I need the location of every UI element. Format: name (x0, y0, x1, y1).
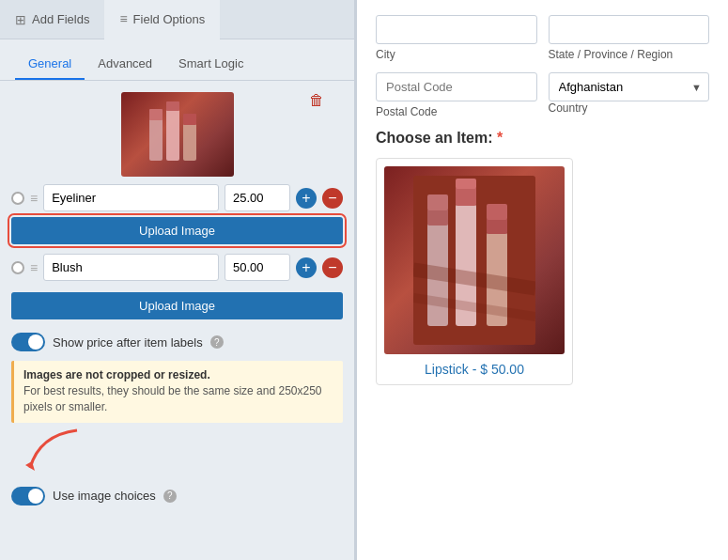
show-price-toggle[interactable] (11, 333, 45, 351)
arrow-svg (21, 426, 96, 477)
state-label: State / Province / Region (549, 48, 710, 61)
item-row-1: 🗑 ≡ + − Upload Image (11, 92, 343, 244)
subtab-smart-logic[interactable]: Smart Logic (165, 49, 256, 80)
show-price-help-icon[interactable]: ? (210, 335, 224, 349)
product-name: Lipstick - $ 50.00 (384, 362, 565, 377)
delete-item-1-button[interactable]: 🗑 (309, 92, 324, 109)
upload-image-2-button[interactable]: Upload Image (11, 292, 343, 319)
field-options-icon: ≡ (119, 11, 127, 26)
add-item-1-button[interactable]: + (296, 188, 317, 209)
lipstick-product-svg (413, 176, 535, 345)
subtab-smart-logic-label: Smart Logic (178, 56, 243, 70)
postal-input[interactable] (376, 72, 537, 101)
svg-rect-4 (183, 123, 196, 161)
svg-rect-9 (427, 209, 448, 226)
postal-country-row: Postal Code Afghanistan ▼ Country (376, 72, 709, 118)
tab-add-fields[interactable]: ⊞ Add Fields (0, 0, 104, 39)
product-separator: - (472, 362, 481, 377)
remove-item-1-button[interactable]: − (322, 188, 343, 209)
choose-title: Choose an Item: * (376, 130, 709, 147)
svg-rect-15 (487, 218, 507, 234)
show-price-label: Show price after item labels (53, 335, 203, 350)
item-price-input-2[interactable] (225, 254, 290, 281)
svg-rect-0 (149, 118, 163, 161)
show-price-toggle-row: Show price after item labels ? (11, 333, 343, 351)
postal-field: Postal Code (376, 72, 537, 118)
city-field: City (376, 15, 537, 61)
item-fields-2: ≡ + − (11, 254, 343, 281)
country-label: Country (549, 101, 710, 115)
item-radio-2[interactable] (11, 261, 24, 274)
drag-handle-1[interactable]: ≡ (30, 191, 38, 206)
product-card-lipstick[interactable]: Lipstick - $ 50.00 (376, 158, 573, 385)
tab-field-options[interactable]: ≡ Field Options (104, 0, 220, 39)
left-panel: ⊞ Add Fields ≡ Field Options General Adv… (0, 0, 357, 560)
arrow-container (11, 430, 343, 477)
item-name-input-1[interactable] (43, 184, 219, 211)
drag-handle-2[interactable]: ≡ (30, 260, 38, 275)
svg-rect-10 (427, 194, 448, 210)
item-price-input-1[interactable] (225, 184, 290, 211)
remove-item-2-button[interactable]: − (322, 257, 343, 278)
subtab-advanced-label: Advanced (98, 56, 152, 70)
item-name-input-2[interactable] (43, 254, 219, 281)
product-price: $ 50.00 (480, 362, 524, 377)
tab-add-fields-label: Add Fields (32, 12, 89, 26)
notice-box: Images are not cropped or resized. For b… (11, 361, 343, 423)
item-fields-1: ≡ + − (11, 184, 343, 211)
subtab-general-label: General (28, 56, 71, 70)
state-input[interactable] (549, 15, 710, 44)
choose-title-text: Choose an Item: (376, 130, 492, 146)
svg-rect-13 (456, 179, 476, 189)
choose-section: Choose an Item: * (376, 130, 709, 385)
city-input[interactable] (376, 15, 537, 44)
panel-content: 🗑 ≡ + − Upload Image ≡ + − Upload (0, 81, 354, 560)
panel-tabs: ⊞ Add Fields ≡ Field Options (0, 0, 354, 39)
svg-marker-6 (25, 461, 35, 471)
sub-tabs: General Advanced Smart Logic (0, 39, 354, 81)
city-state-row: City State / Province / Region (376, 15, 709, 61)
use-image-label: Use image choices (53, 489, 156, 503)
city-label: City (376, 48, 537, 61)
item-radio-1[interactable] (11, 192, 24, 205)
country-select[interactable]: Afghanistan (549, 72, 710, 101)
add-fields-icon: ⊞ (15, 12, 26, 27)
item-image-container-1: 🗑 (11, 92, 343, 177)
country-select-wrap: Afghanistan ▼ (549, 72, 710, 101)
use-image-toggle[interactable] (11, 487, 45, 506)
item-image-1 (121, 92, 234, 177)
svg-rect-5 (183, 114, 196, 125)
svg-rect-2 (166, 109, 179, 161)
item-row-2: ≡ + − Upload Image (11, 254, 343, 319)
right-panel: City State / Province / Region Postal Co… (357, 0, 728, 560)
required-marker: * (497, 130, 503, 146)
use-image-toggle-row: Use image choices ? (11, 487, 343, 506)
subtab-general[interactable]: General (15, 49, 85, 80)
postal-label: Postal Code (376, 105, 537, 118)
country-field: Afghanistan ▼ Country (549, 72, 710, 118)
subtab-advanced[interactable]: Advanced (85, 49, 165, 80)
lipstick-svg-1 (140, 100, 215, 170)
product-name-text: Lipstick (425, 362, 469, 377)
product-image (384, 166, 565, 354)
svg-rect-16 (487, 204, 507, 220)
tab-field-options-label: Field Options (133, 12, 206, 26)
add-item-2-button[interactable]: + (296, 257, 317, 278)
upload-image-1-button[interactable]: Upload Image (11, 217, 343, 244)
use-image-help-icon[interactable]: ? (163, 490, 177, 503)
state-field: State / Province / Region (549, 15, 710, 61)
notice-title: Images are not cropped or resized. (23, 368, 333, 381)
svg-rect-1 (149, 109, 163, 120)
lipstick-visual (384, 166, 565, 354)
svg-rect-12 (456, 187, 476, 206)
notice-text: For best results, they should be the sam… (23, 383, 333, 415)
svg-rect-3 (166, 101, 179, 111)
